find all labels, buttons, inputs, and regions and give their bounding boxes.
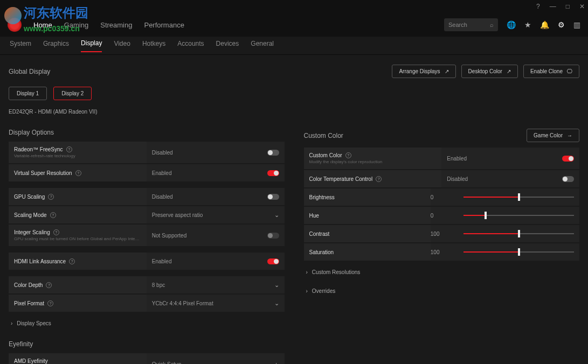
setting-gpu-scaling: GPU Scaling? Disabled — [9, 188, 285, 205]
panel-icon[interactable]: ▥ — [573, 20, 580, 29]
app-logo-icon — [8, 18, 22, 32]
maximize-icon[interactable]: □ — [566, 3, 570, 10]
setting-color-temp: Color Temperature Control? Disabled — [304, 170, 580, 187]
subnav-video[interactable]: Video — [114, 40, 130, 52]
game-color-button[interactable]: Game Color→ — [527, 129, 579, 142]
plus-icon[interactable]: ＋ — [273, 360, 279, 365]
popout-icon: ↗ — [445, 68, 449, 74]
nav-home[interactable]: Home — [33, 21, 52, 29]
vsr-toggle[interactable] — [267, 170, 279, 176]
arrange-displays-button[interactable]: Arrange Displays↗ — [392, 65, 455, 78]
slider-saturation: Saturation 100 — [304, 243, 580, 261]
setting-integer-scaling: Integer Scaling?GPU scaling must be turn… — [9, 225, 285, 246]
eyefinity-title: Eyefinity — [9, 340, 285, 348]
monitor-icon: 🖵 — [567, 68, 572, 74]
hue-slider[interactable] — [464, 215, 574, 216]
info-icon[interactable]: ? — [376, 176, 382, 182]
setting-scaling-mode[interactable]: Scaling Mode? Preserve aspect ratio⌄ — [9, 206, 285, 223]
chevron-right-icon: › — [11, 320, 12, 326]
color-temp-toggle[interactable] — [562, 176, 574, 182]
search-placeholder: Search — [448, 22, 467, 28]
custom-color-toggle[interactable] — [562, 156, 574, 162]
subnav-display[interactable]: Display — [81, 39, 102, 52]
setting-freesync: Radeon™ FreeSync?Variable-refresh-rate t… — [9, 142, 285, 163]
display-identifier: ED242QR - HDMI (AMD Radeon VII) — [9, 109, 579, 115]
page-title: Global Display — [9, 68, 50, 75]
hdmi-link-toggle[interactable] — [267, 258, 279, 264]
info-icon[interactable]: ? — [53, 229, 59, 235]
web-icon[interactable]: 🌐 — [507, 20, 516, 29]
info-icon[interactable]: ? — [50, 212, 56, 218]
window-titlebar: ? — □ ✕ — [0, 0, 588, 13]
tab-display-2[interactable]: Display 2 — [53, 87, 92, 100]
setting-eyefinity: AMD EyefinityCombine multiple displays t… — [9, 353, 285, 364]
display-specs-expand[interactable]: ›Display Specs — [9, 316, 285, 331]
subnav-system[interactable]: System — [10, 40, 31, 52]
gear-icon[interactable]: ⚙ — [558, 20, 565, 29]
setting-custom-color: Custom Color?Modify the display's color … — [304, 148, 580, 169]
freesync-toggle[interactable] — [267, 150, 279, 156]
chevron-down-icon: ⌄ — [274, 282, 279, 289]
info-icon[interactable]: ? — [69, 258, 75, 264]
setting-hdmi-link: HDMI Link Assurance? Enabled — [9, 253, 285, 270]
nav-performance[interactable]: Performance — [144, 21, 184, 29]
arrow-right-icon: → — [567, 132, 572, 138]
custom-resolutions-expand[interactable]: ›Custom Resolutions — [304, 265, 580, 279]
info-icon[interactable]: ? — [48, 194, 54, 200]
saturation-slider[interactable] — [464, 251, 574, 253]
chevron-right-icon: › — [306, 269, 308, 275]
bell-icon[interactable]: 🔔 — [540, 20, 549, 29]
close-icon[interactable]: ✕ — [579, 3, 585, 10]
subnav-devices[interactable]: Devices — [216, 40, 239, 52]
popout-icon: ↗ — [507, 68, 511, 74]
minimize-icon[interactable]: — — [550, 3, 556, 10]
slider-hue: Hue 0 — [304, 207, 580, 224]
setting-pixel-format[interactable]: Pixel Format? YCbCr 4:4:4 Pixel Format⌄ — [9, 295, 285, 312]
brightness-slider[interactable] — [464, 197, 574, 198]
info-icon[interactable]: ? — [66, 146, 72, 152]
subnav-accounts[interactable]: Accounts — [177, 40, 204, 52]
enable-clone-button[interactable]: Enable Clone🖵 — [523, 65, 579, 78]
tab-display-1[interactable]: Display 1 — [9, 87, 47, 100]
nav-gaming[interactable]: Gaming — [64, 21, 89, 29]
overrides-expand[interactable]: ›Overrides — [304, 284, 580, 298]
custom-color-panel: Custom Color Game Color→ Custom Color?Mo… — [304, 129, 580, 364]
star-icon[interactable]: ★ — [524, 20, 531, 29]
info-icon[interactable]: ? — [46, 282, 52, 288]
chevron-down-icon: ⌄ — [274, 212, 279, 219]
display-options-title: Display Options — [9, 129, 54, 136]
info-icon[interactable]: ? — [47, 300, 53, 306]
main-nav: Home Gaming Streaming Performance Search… — [0, 13, 588, 37]
help-icon[interactable]: ? — [536, 3, 540, 10]
nav-streaming[interactable]: Streaming — [100, 21, 132, 29]
subnav-general[interactable]: General — [251, 40, 274, 52]
slider-brightness: Brightness 0 — [304, 188, 580, 206]
custom-color-title: Custom Color — [304, 132, 343, 139]
slider-contrast: Contrast 100 — [304, 225, 580, 242]
info-icon[interactable]: ? — [345, 152, 351, 158]
integer-scaling-toggle — [267, 233, 279, 239]
setting-vsr: Virtual Super Resolution? Enabled — [9, 164, 285, 181]
content-area: Global Display Arrange Displays↗ Desktop… — [0, 55, 588, 364]
contrast-slider[interactable] — [464, 233, 574, 234]
subnav-hotkeys[interactable]: Hotkeys — [142, 40, 165, 52]
desktop-color-button[interactable]: Desktop Color↗ — [461, 65, 518, 78]
setting-color-depth[interactable]: Color Depth? 8 bpc⌄ — [9, 276, 285, 293]
chevron-down-icon: ⌄ — [274, 300, 279, 307]
search-icon: ⌕ — [490, 22, 494, 28]
info-icon[interactable]: ? — [75, 170, 81, 176]
sub-nav: System Graphics Display Video Hotkeys Ac… — [0, 37, 588, 55]
display-options-panel: Display Options Radeon™ FreeSync?Variabl… — [9, 129, 285, 364]
chevron-right-icon: › — [306, 288, 308, 294]
subnav-graphics[interactable]: Graphics — [43, 40, 69, 52]
gpu-scaling-toggle[interactable] — [267, 194, 279, 200]
search-input[interactable]: Search ⌕ — [444, 18, 498, 31]
